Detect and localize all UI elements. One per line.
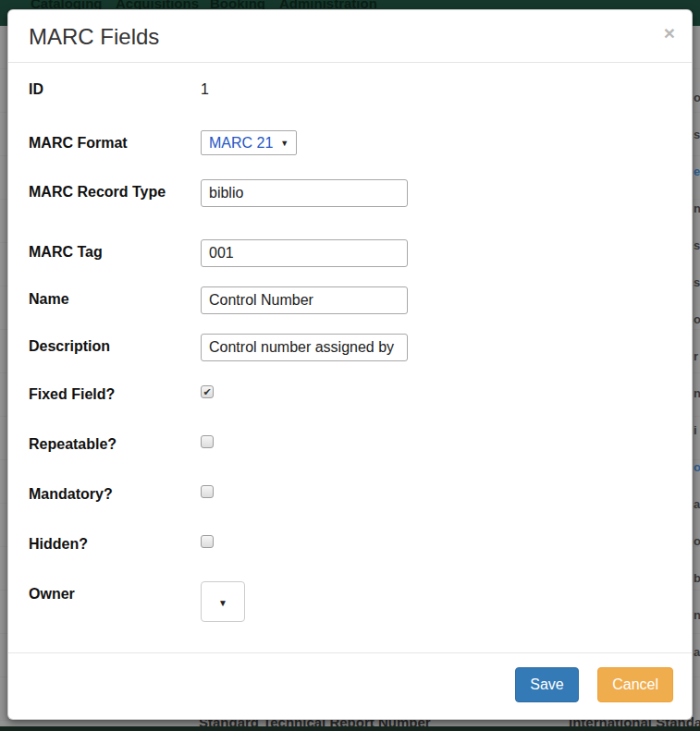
backdrop-text-fragment: s bbox=[694, 275, 700, 289]
owner-dropdown[interactable]: ▼ bbox=[201, 581, 245, 622]
backdrop-text-fragment: r bbox=[694, 349, 698, 363]
modal-title: MARC Fields bbox=[29, 24, 159, 49]
form-row-id: ID1 bbox=[29, 77, 673, 99]
backdrop-text-fragment: o bbox=[694, 312, 700, 326]
form-row-mandatory: Mandatory? bbox=[29, 481, 673, 504]
backdrop-text-fragment: s bbox=[694, 238, 700, 252]
form-row-owner: Owner▼ bbox=[29, 581, 673, 622]
marc-tag-label: MARC Tag bbox=[29, 239, 167, 262]
form-row-repeatable: Repeatable? bbox=[29, 432, 673, 454]
form-row-marc-format: MARC FormatMARC 21▼ bbox=[29, 130, 673, 155]
hidden-label: Hidden? bbox=[29, 531, 167, 554]
backdrop-text-fragment: n bbox=[694, 201, 700, 215]
marc-record-type-label: MARC Record Type bbox=[29, 179, 167, 201]
form-row-description: Description bbox=[29, 334, 673, 361]
modal-header: MARC Fields × bbox=[8, 10, 692, 63]
chevron-down-icon: ▼ bbox=[218, 598, 227, 608]
description-input[interactable] bbox=[201, 334, 408, 361]
id-value: 1 bbox=[201, 77, 209, 99]
backdrop-text-fragment: b bbox=[694, 571, 700, 585]
backdrop-text-fragment: e bbox=[694, 164, 700, 178]
save-button[interactable]: Save bbox=[515, 667, 578, 702]
name-label: Name bbox=[29, 286, 167, 309]
backdrop-text-fragment: a bbox=[694, 497, 700, 511]
mandatory-checkbox[interactable] bbox=[201, 485, 214, 498]
marc-format-label: MARC Format bbox=[29, 130, 167, 152]
form-row-marc-record-type: MARC Record Type bbox=[29, 179, 673, 207]
marc-format-select[interactable]: MARC 21▼ bbox=[201, 130, 297, 155]
backdrop-bottom-bar bbox=[0, 726, 700, 731]
name-input[interactable] bbox=[201, 286, 408, 314]
form-row-name: Name bbox=[29, 286, 673, 314]
modal-footer: Save Cancel bbox=[8, 652, 692, 719]
close-icon[interactable]: × bbox=[664, 23, 675, 43]
form-row-fixed-field: Fixed Field?✔ bbox=[29, 382, 673, 404]
backdrop-text-fragment: n bbox=[694, 608, 700, 622]
backdrop-text-fragment: o bbox=[694, 460, 700, 474]
fixed-field-label: Fixed Field? bbox=[29, 382, 167, 404]
marc-tag-input[interactable] bbox=[201, 239, 408, 267]
cancel-button[interactable]: Cancel bbox=[597, 667, 673, 702]
repeatable-label: Repeatable? bbox=[29, 432, 167, 454]
backdrop-text-fragment: n bbox=[694, 386, 700, 400]
marc-fields-modal: MARC Fields × ID1MARC FormatMARC 21▼MARC… bbox=[7, 9, 693, 720]
backdrop-text-fragment: o bbox=[694, 534, 700, 548]
backdrop-text-fragment: i bbox=[694, 423, 697, 437]
mandatory-label: Mandatory? bbox=[29, 481, 167, 504]
form-row-hidden: Hidden? bbox=[29, 531, 673, 554]
backdrop-text-fragment: o bbox=[694, 91, 700, 104]
backdrop-text-fragment: a bbox=[694, 645, 700, 659]
id-label: ID bbox=[29, 77, 167, 99]
description-label: Description bbox=[29, 334, 167, 356]
chevron-down-icon: ▼ bbox=[280, 139, 289, 148]
owner-label: Owner bbox=[29, 581, 167, 603]
marc-format-selected-value: MARC 21 bbox=[209, 135, 273, 152]
form-row-marc-tag: MARC Tag bbox=[29, 239, 673, 267]
marc-record-type-input[interactable] bbox=[201, 179, 408, 207]
hidden-checkbox[interactable] bbox=[201, 535, 214, 548]
repeatable-checkbox[interactable] bbox=[201, 435, 214, 448]
fixed-field-checkbox[interactable]: ✔ bbox=[201, 385, 214, 398]
backdrop-text-fragment: s bbox=[694, 128, 700, 141]
modal-body: ID1MARC FormatMARC 21▼MARC Record TypeMA… bbox=[8, 63, 692, 622]
